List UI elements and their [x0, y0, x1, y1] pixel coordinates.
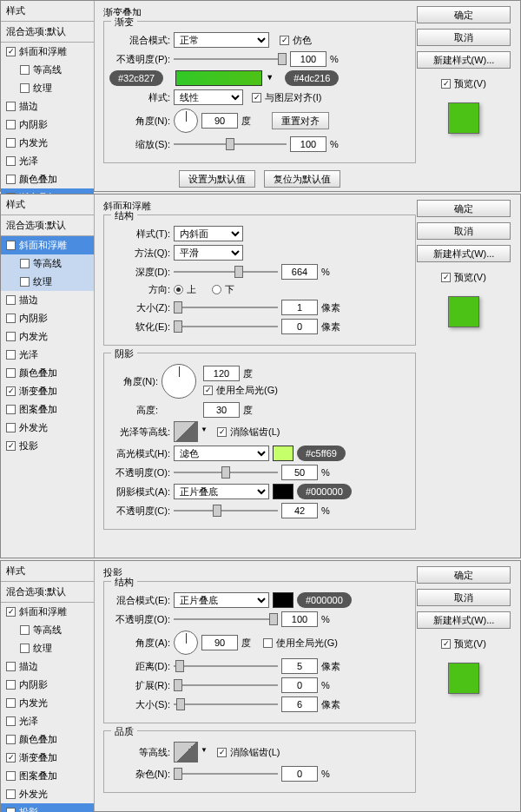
new-style-button[interactable]: 新建样式(W)...	[417, 611, 511, 629]
checkbox-icon[interactable]	[6, 771, 16, 781]
global-light-checkbox[interactable]	[203, 386, 213, 395]
sidebar-inner-shadow[interactable]: 内阴影	[1, 309, 94, 327]
checkbox-icon[interactable]	[20, 644, 30, 653]
checkbox-icon[interactable]	[6, 680, 16, 690]
checkbox-icon[interactable]	[6, 698, 16, 708]
sidebar-contour[interactable]: 等高线	[1, 254, 94, 273]
sidebar-gradient-overlay[interactable]: 渐变叠加	[1, 382, 94, 400]
checkbox-icon[interactable]	[6, 368, 16, 378]
ok-button[interactable]: 确定	[417, 200, 511, 217]
opacity-input[interactable]	[290, 51, 326, 67]
checkbox-icon[interactable]	[6, 386, 16, 396]
sidebar-inner-glow[interactable]: 内发光	[1, 327, 94, 346]
preview-checkbox[interactable]	[441, 79, 451, 89]
sidebar-inner-shadow[interactable]: 内阴影	[1, 676, 94, 694]
shadow-color-box[interactable]	[273, 484, 293, 499]
highlight-color-box[interactable]	[273, 446, 293, 461]
sidebar-contour[interactable]: 等高线	[1, 61, 94, 79]
sidebar-outer-glow[interactable]: 外发光	[1, 785, 94, 803]
reset-align-button[interactable]: 重置对齐	[272, 112, 329, 129]
new-style-button[interactable]: 新建样式(W)...	[417, 51, 511, 69]
angle-wheel[interactable]	[162, 364, 196, 399]
sidebar-outer-glow[interactable]: 外发光	[1, 419, 94, 437]
sidebar-pattern-overlay[interactable]: 图案叠加	[1, 400, 94, 419]
sidebar-stroke[interactable]: 描边	[1, 657, 94, 676]
checkbox-icon[interactable]	[6, 295, 16, 305]
direction-up-radio[interactable]	[174, 285, 183, 294]
reset-default-button[interactable]: 复位为默认值	[264, 170, 340, 188]
checkbox-icon[interactable]	[6, 808, 16, 812]
dither-checkbox[interactable]	[280, 36, 289, 45]
gradient-bar[interactable]	[175, 70, 262, 86]
cancel-button[interactable]: 取消	[417, 29, 511, 46]
align-checkbox[interactable]	[252, 93, 261, 102]
depth-input[interactable]	[281, 264, 318, 280]
preview-checkbox[interactable]	[441, 639, 451, 649]
shadow-color-box[interactable]	[273, 592, 293, 608]
noise-input[interactable]	[281, 766, 318, 782]
antialias-checkbox[interactable]	[217, 427, 227, 437]
angle-wheel[interactable]	[174, 109, 198, 133]
checkbox-icon[interactable]	[6, 102, 16, 111]
set-default-button[interactable]: 设置为默认值	[179, 170, 255, 188]
checkbox-icon[interactable]	[6, 716, 16, 726]
depth-slider[interactable]	[174, 266, 278, 278]
altitude-input[interactable]	[203, 402, 240, 418]
opacity-slider[interactable]	[174, 53, 287, 65]
sidebar-drop-shadow[interactable]: 投影	[1, 437, 94, 455]
spread-slider[interactable]	[174, 679, 278, 691]
ok-button[interactable]: 确定	[417, 566, 511, 584]
angle-wheel[interactable]	[174, 630, 198, 655]
sidebar-contour[interactable]: 等高线	[1, 621, 94, 639]
checkbox-icon[interactable]	[6, 138, 16, 148]
opacity-slider[interactable]	[174, 613, 278, 625]
blend-options[interactable]: 混合选项:默认	[1, 215, 94, 236]
checkbox-icon[interactable]	[6, 156, 16, 166]
checkbox-icon[interactable]	[6, 47, 16, 56]
size-input[interactable]	[281, 696, 318, 712]
style-select[interactable]: 线性	[174, 89, 243, 105]
bevel-style-select[interactable]: 内斜面	[174, 226, 243, 241]
checkbox-icon[interactable]	[6, 789, 16, 799]
sidebar-drop-shadow[interactable]: 投影	[1, 803, 94, 812]
checkbox-icon[interactable]	[6, 175, 16, 184]
checkbox-icon[interactable]	[6, 735, 16, 744]
highlight-opacity-slider[interactable]	[174, 466, 278, 479]
checkbox-icon[interactable]	[6, 441, 16, 451]
noise-slider[interactable]	[174, 768, 278, 780]
ok-button[interactable]: 确定	[417, 6, 511, 23]
shadow-mode-select[interactable]: 正片叠底	[174, 484, 269, 499]
checkbox-icon[interactable]	[20, 625, 30, 635]
cancel-button[interactable]: 取消	[417, 222, 511, 240]
angle-input[interactable]	[201, 635, 238, 650]
blend-options[interactable]: 混合选项:默认	[1, 582, 94, 603]
sidebar-texture[interactable]: 纹理	[1, 79, 94, 97]
size-input[interactable]	[281, 300, 318, 315]
highlight-mode-select[interactable]: 滤色	[174, 446, 269, 461]
highlight-opacity-input[interactable]	[281, 465, 318, 480]
scale-input[interactable]	[290, 136, 326, 152]
checkbox-icon[interactable]	[6, 241, 16, 250]
sidebar-bevel[interactable]: 斜面和浮雕	[1, 43, 94, 61]
method-select[interactable]: 平滑	[174, 245, 243, 261]
sidebar-texture[interactable]: 纹理	[1, 273, 94, 291]
opacity-input[interactable]	[281, 611, 318, 627]
new-style-button[interactable]: 新建样式(W)...	[417, 245, 511, 262]
preview-checkbox[interactable]	[441, 273, 451, 282]
checkbox-icon[interactable]	[6, 662, 16, 671]
checkbox-icon[interactable]	[6, 423, 16, 432]
distance-slider[interactable]	[174, 660, 278, 672]
shadow-opacity-slider[interactable]	[174, 505, 278, 517]
sidebar-inner-glow[interactable]: 内发光	[1, 134, 94, 152]
distance-input[interactable]	[281, 658, 318, 674]
checkbox-icon[interactable]	[20, 65, 30, 75]
spread-input[interactable]	[281, 677, 318, 693]
checkbox-icon[interactable]	[6, 753, 16, 762]
angle-input[interactable]	[203, 366, 240, 381]
checkbox-icon[interactable]	[6, 350, 16, 360]
gloss-contour-picker[interactable]	[174, 421, 198, 442]
contour-picker[interactable]	[174, 742, 198, 762]
soften-input[interactable]	[281, 319, 318, 334]
blend-options[interactable]: 混合选项:默认	[1, 22, 94, 43]
size-slider[interactable]	[174, 698, 278, 710]
